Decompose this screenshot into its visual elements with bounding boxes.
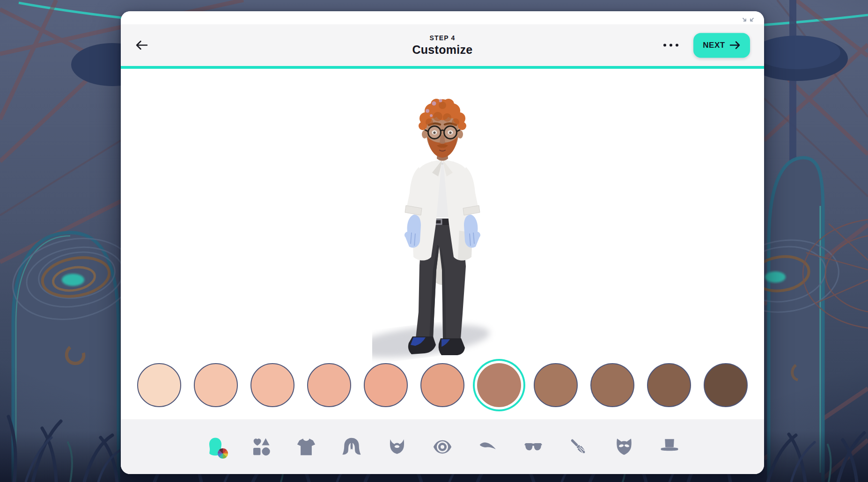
customizer-modal: STEP 4 Customize NEXT <box>121 11 764 474</box>
tool-beard[interactable] <box>386 436 408 458</box>
skin-swatch-4[interactable] <box>307 363 351 407</box>
next-button[interactable]: NEXT <box>693 33 750 58</box>
page-title: Customize <box>412 43 472 57</box>
tool-headwear[interactable] <box>659 436 680 458</box>
face-shape-icon <box>250 436 272 458</box>
skin-swatch-8[interactable] <box>534 363 578 407</box>
title-block: STEP 4 Customize <box>412 34 472 57</box>
tool-skin-color[interactable] <box>205 436 226 458</box>
tool-makeup[interactable] <box>568 436 589 458</box>
avatar[interactable] <box>372 92 513 364</box>
avatar-viewport[interactable] <box>121 69 764 351</box>
back-arrow-icon <box>135 40 148 51</box>
skin-swatch-6[interactable] <box>420 363 464 407</box>
mask-icon <box>613 436 635 458</box>
glasses-icon <box>522 436 544 458</box>
header-actions: NEXT <box>662 33 750 58</box>
next-button-label: NEXT <box>703 41 725 50</box>
skin-swatch-3[interactable] <box>250 363 294 407</box>
skin-swatch-11[interactable] <box>704 363 748 407</box>
hat-icon <box>659 436 680 458</box>
collapse-button[interactable] <box>742 17 755 23</box>
skin-swatch-2[interactable] <box>194 363 238 407</box>
ellipsis-icon <box>663 44 666 47</box>
tool-eyes[interactable] <box>432 436 453 458</box>
category-toolbar <box>121 419 764 474</box>
hair-icon <box>341 436 362 458</box>
eyebrow-icon <box>477 436 499 458</box>
modal-header: STEP 4 Customize NEXT <box>121 24 764 66</box>
skin-swatch-7[interactable] <box>477 363 521 407</box>
tool-glasses[interactable] <box>522 436 544 458</box>
modal-top-strip <box>121 11 764 24</box>
back-button[interactable] <box>131 35 152 56</box>
skin-swatch-5[interactable] <box>364 363 408 407</box>
beard-icon <box>386 436 408 458</box>
outfit-icon <box>295 436 317 458</box>
makeup-brush-icon <box>568 436 589 458</box>
eye-icon <box>432 436 453 458</box>
tool-mask[interactable] <box>613 436 635 458</box>
tool-eyebrows[interactable] <box>477 436 499 458</box>
tool-outfit[interactable] <box>295 436 317 458</box>
skin-swatch-10[interactable] <box>647 363 691 407</box>
skin-swatch-1[interactable] <box>137 363 181 407</box>
tool-face-shape[interactable] <box>250 436 272 458</box>
step-label: STEP 4 <box>412 34 472 42</box>
tool-hair[interactable] <box>341 436 362 458</box>
collapse-icon <box>742 17 755 23</box>
skin-swatch-9[interactable] <box>590 363 634 407</box>
arrow-right-icon <box>729 41 741 50</box>
color-wheel-icon <box>218 448 228 459</box>
more-options-button[interactable] <box>662 40 680 51</box>
